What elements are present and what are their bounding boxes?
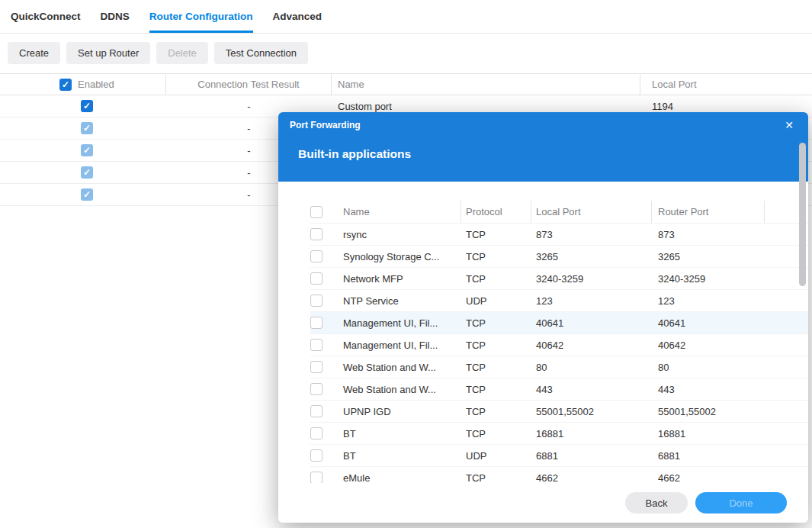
tab-quickconnect[interactable]: QuickConnect (11, 0, 81, 33)
check-icon: ✓ (62, 80, 69, 89)
tab-advanced[interactable]: Advanced (273, 0, 323, 33)
tab-router-configuration[interactable]: Router Configuration (149, 0, 253, 33)
app-name-cell: NTP Service (333, 290, 461, 311)
create-button[interactable]: Create (8, 42, 60, 64)
list-item[interactable]: Management UI, Fil...TCP4064140641 (310, 312, 808, 334)
protocol-cell: UDP (461, 445, 531, 466)
dialog-footer: Back Done (278, 483, 808, 523)
row-checkbox[interactable] (310, 228, 323, 240)
set-up-router-button[interactable]: Set up Router (66, 42, 150, 64)
done-button[interactable]: Done (695, 492, 787, 514)
row-checkbox-cell (310, 334, 333, 356)
delete-button[interactable]: Delete (156, 42, 208, 64)
check-icon: ✓ (83, 101, 91, 111)
row-checkbox[interactable] (310, 472, 323, 484)
row-checkbox[interactable] (310, 449, 323, 462)
row-checkbox[interactable] (310, 250, 323, 262)
check-icon: ✓ (83, 124, 91, 133)
local-port-cell: 16881 (531, 423, 652, 444)
dialog-scrollbar[interactable] (799, 140, 806, 480)
check-icon: ✓ (83, 168, 91, 177)
row-checkbox[interactable] (310, 272, 323, 285)
row-checkbox[interactable] (310, 383, 323, 395)
dialog-protocol-header: Protocol (461, 201, 531, 223)
enabled-cell: ✓ (0, 162, 166, 183)
row-checkbox[interactable] (310, 339, 323, 351)
row-checkbox[interactable]: ✓ (81, 122, 93, 134)
dialog-name-header: Name (333, 201, 461, 223)
app-name-cell: BT (333, 423, 461, 444)
local-port-cell: 123 (531, 290, 652, 311)
app-name-cell: Management UI, Fil... (333, 334, 461, 356)
router-port-cell: 123 (652, 290, 765, 311)
local-port-cell: 40641 (531, 312, 652, 333)
scrollbar-thumb[interactable] (799, 143, 806, 286)
app-name-cell: BT (333, 445, 461, 466)
dialog-select-all-cell (310, 201, 333, 223)
protocol-cell: TCP (461, 401, 531, 422)
dialog-body: Name Protocol Local Port Router Port rsy… (278, 182, 808, 489)
enabled-cell: ✓ (0, 184, 166, 205)
protocol-cell: TCP (461, 268, 531, 289)
protocol-cell: TCP (461, 334, 531, 356)
router-port-cell: 873 (652, 224, 765, 245)
back-button[interactable]: Back (625, 492, 688, 514)
router-configuration-page: QuickConnectDDNSRouter ConfigurationAdva… (0, 0, 812, 206)
main-table-header: ✓ Enabled Connection Test Result Name Lo… (0, 73, 812, 95)
select-all-checkbox[interactable]: ✓ (59, 79, 72, 91)
test-connection-button[interactable]: Test Connection (214, 42, 308, 64)
local-port-cell: 3265 (531, 246, 652, 267)
app-name-cell: Web Station and W... (333, 356, 461, 378)
router-port-cell: 3265 (652, 246, 765, 267)
close-icon[interactable]: ✕ (782, 118, 797, 133)
tab-bar: QuickConnectDDNSRouter ConfigurationAdva… (0, 0, 812, 34)
row-checkbox-cell (310, 268, 333, 289)
row-checkbox[interactable] (310, 295, 323, 307)
list-item[interactable]: UPNP IGDTCP55001,5500255001,55002 (310, 401, 808, 423)
row-checkbox[interactable] (310, 361, 323, 373)
list-item[interactable]: Web Station and W...TCP8080 (310, 356, 808, 378)
enabled-cell: ✓ (0, 118, 166, 139)
app-name-cell: Synology Storage C... (333, 246, 461, 267)
row-checkbox[interactable]: ✓ (81, 166, 93, 179)
row-checkbox[interactable]: ✓ (81, 144, 93, 156)
row-checkbox[interactable] (310, 427, 323, 439)
list-item[interactable]: Web Station and W...TCP443443 (310, 378, 808, 401)
app-name-cell: UPNP IGD (333, 401, 461, 422)
row-checkbox-cell (310, 246, 333, 267)
tab-ddns[interactable]: DDNS (101, 0, 130, 33)
row-checkbox[interactable]: ✓ (81, 188, 93, 201)
dialog-heading: Built-in applications (278, 137, 808, 182)
router-port-cell: 16881 (652, 423, 765, 444)
list-item[interactable]: Synology Storage C...TCP32653265 (310, 246, 808, 268)
enabled-cell: ✓ (0, 95, 166, 117)
list-item[interactable]: rsyncTCP873873 (310, 224, 808, 246)
row-checkbox[interactable] (310, 317, 323, 329)
row-checkbox[interactable] (310, 405, 323, 417)
router-port-cell: 80 (652, 356, 765, 378)
row-checkbox[interactable]: ✓ (81, 100, 93, 112)
name-header: Name (332, 74, 640, 95)
dialog-title: Port Forwarding (290, 120, 782, 130)
list-item[interactable]: Management UI, Fil...TCP4064240642 (310, 334, 808, 356)
row-checkbox-cell (310, 401, 333, 422)
list-item[interactable]: BTUDP68816881 (310, 445, 808, 467)
app-name-cell: Web Station and W... (333, 378, 461, 400)
protocol-cell: TCP (461, 312, 531, 333)
protocol-cell: TCP (461, 378, 531, 400)
row-checkbox-cell (310, 356, 333, 378)
connection-test-result-header: Connection Test Result (166, 74, 332, 95)
list-item[interactable]: Network MFPTCP3240-32593240-3259 (310, 268, 808, 290)
local-port-cell: 6881 (531, 445, 652, 466)
router-port-cell: 3240-3259 (652, 268, 765, 289)
list-item[interactable]: NTP ServiceUDP123123 (310, 290, 808, 312)
protocol-cell: TCP (461, 423, 531, 444)
app-name-cell: Management UI, Fil... (333, 312, 461, 333)
row-checkbox-cell (310, 445, 333, 466)
local-port-cell: 40642 (531, 334, 652, 356)
row-checkbox-cell (310, 290, 333, 311)
router-port-cell: 40641 (652, 312, 765, 333)
local-port-header: Local Port (640, 74, 812, 95)
list-item[interactable]: BTTCP1688116881 (310, 423, 808, 445)
dialog-select-all-checkbox[interactable] (310, 206, 323, 218)
